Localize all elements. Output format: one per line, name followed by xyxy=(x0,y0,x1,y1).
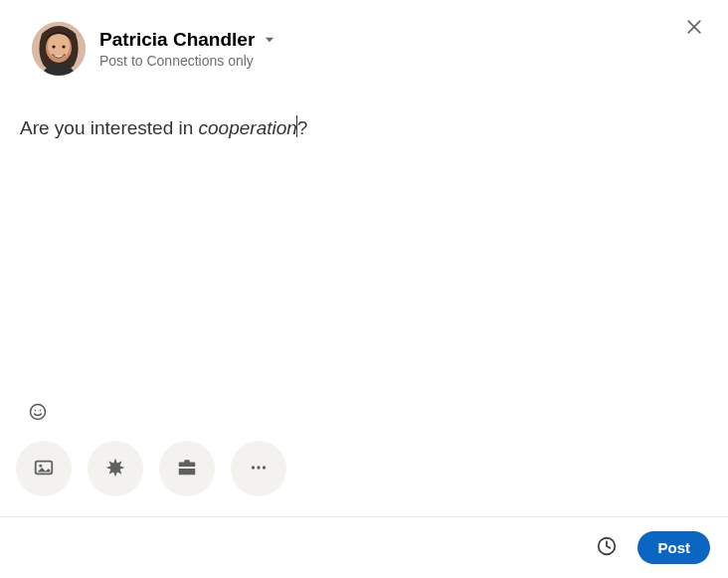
schedule-button[interactable] xyxy=(592,533,622,563)
emoji-button[interactable] xyxy=(24,399,52,427)
close-button[interactable] xyxy=(680,14,708,42)
composer-body[interactable]: Are you interested in cooperation? xyxy=(0,86,728,399)
svg-point-5 xyxy=(52,45,55,48)
post-text-plain: Are you interested in xyxy=(20,117,199,138)
svg-point-14 xyxy=(263,466,266,469)
post-text-italic: cooperation xyxy=(199,117,297,138)
avatar xyxy=(32,22,86,76)
more-actions-button[interactable] xyxy=(231,441,286,496)
add-job-button[interactable] xyxy=(159,441,215,496)
svg-point-7 xyxy=(31,404,46,419)
emoji-icon xyxy=(28,402,48,425)
svg-point-8 xyxy=(35,409,37,411)
post-text-suffix: ? xyxy=(297,117,308,138)
starburst-icon xyxy=(104,457,126,482)
composer-header: Patricia Chandler Post to Connections on… xyxy=(0,0,728,86)
user-name-row: Patricia Chandler xyxy=(99,29,276,51)
attachment-actions xyxy=(0,441,728,516)
svg-point-13 xyxy=(257,466,260,469)
svg-point-11 xyxy=(39,464,42,467)
create-post-modal: Patricia Chandler Post to Connections on… xyxy=(0,0,728,578)
briefcase-icon xyxy=(176,457,198,482)
svg-point-12 xyxy=(252,466,255,469)
image-icon xyxy=(33,457,55,482)
more-icon xyxy=(248,457,270,482)
svg-point-6 xyxy=(62,45,65,48)
post-button[interactable]: Post xyxy=(637,531,710,564)
audience-label: Post to Connections only xyxy=(99,53,254,69)
svg-point-4 xyxy=(48,33,70,59)
close-icon xyxy=(684,17,704,40)
post-text-input[interactable]: Are you interested in cooperation? xyxy=(20,115,708,142)
clock-icon xyxy=(596,535,618,560)
user-name: Patricia Chandler xyxy=(99,29,255,51)
composer-footer: Post xyxy=(0,517,728,578)
emoji-row xyxy=(0,399,728,441)
chevron-down-icon xyxy=(263,33,276,47)
svg-point-9 xyxy=(40,409,42,411)
add-media-button[interactable] xyxy=(16,441,72,496)
audience-selector[interactable]: Patricia Chandler Post to Connections on… xyxy=(99,29,276,69)
celebrate-button[interactable] xyxy=(88,441,143,496)
